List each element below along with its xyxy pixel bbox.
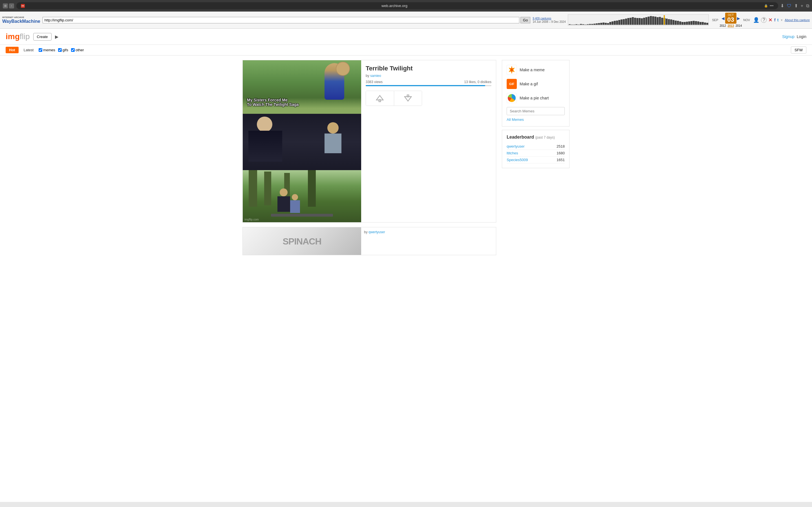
meme-card-2-image[interactable]: SPINACH [243,227,361,255]
hot-tab[interactable]: Hot [6,47,18,53]
sfw-button[interactable]: SFW [791,47,806,54]
site-container: imgflip Create ▶ Signup Login Hot Latest… [0,29,812,502]
leaderboard-card: Leaderboard (past 7 days) qwertyuser 251… [502,130,569,168]
site-favicon: im [21,4,25,8]
latest-tab[interactable]: Latest [21,47,36,53]
tabs-icon[interactable]: ⧉ [806,3,809,8]
browser-chrome: ⊞ ‹ im web.archive.org 🔒 ••• ⬇ 🛡 ⬆ + ⧉ [0,0,812,11]
meme-image-area-1[interactable]: My Sisters Forced Me To Watch The Twilig… [243,60,361,222]
address-bar[interactable]: im web.archive.org 🔒 ••• [16,2,778,9]
create-button[interactable]: Create [33,33,52,41]
next-month-arrow[interactable]: ▶ [737,16,740,20]
wayback-url-input[interactable] [43,17,519,23]
shield-icon[interactable]: 🛡 [787,3,792,8]
window-grid-btn[interactable]: ⊞ [3,3,8,8]
sidebar-tools-card: Make a meme GIF Make a gif Make a pie ch… [502,60,569,126]
like-bar-container [366,85,492,86]
gif-icon: GIF [507,79,517,89]
bench-figure-1 [276,188,291,214]
year-2013[interactable]: 2013 [728,24,734,27]
other-filter[interactable]: other [71,48,84,52]
signup-button[interactable]: Signup [782,34,795,39]
downvote-arrow-icon [404,94,412,102]
tree-2 [264,172,271,205]
prev-month-arrow[interactable]: ◀ [721,16,725,20]
header-left: imgflip Create ▶ [6,32,58,41]
leaderboard-row-0: qwertyuser 2518 [507,143,565,150]
memes-checkbox[interactable] [39,48,42,52]
leader-0-name[interactable]: qwertyuser [507,144,525,149]
meme-card-2-author: by qwertyuser [364,230,493,234]
meme-card-2-details: by qwertyuser [361,227,496,255]
timeline-selected-marker [664,15,665,25]
meme2-author-prefix: by [364,230,368,234]
wayback-logo[interactable]: INTERNET ARCHIVE WayBackMachine [2,16,40,24]
bench-body-1 [277,196,290,212]
sidebar: Make a meme GIF Make a gif Make a pie ch… [502,60,569,260]
make-meme-item[interactable]: Make a meme [507,65,565,75]
address-bar-options[interactable]: ••• [770,4,774,8]
bench-body-2 [290,200,300,213]
year-next-label: NOV [742,18,751,22]
facebook-icon[interactable]: f [774,18,776,22]
internet-archive-label: INTERNET ARCHIVE [2,16,40,19]
share-icon[interactable]: ⬆ [794,3,798,8]
meme-card-2: SPINACH by qwertyuser [243,227,496,255]
about-capture-link[interactable]: About this capture [784,18,810,22]
meme-card-2-partial-text: SPINACH [283,236,321,247]
memes-filter[interactable]: memes [39,48,55,52]
make-gif-item[interactable]: GIF Make a gif [507,79,565,89]
leaderboard-title-text: Leaderboard [507,135,534,139]
imgflip-logo[interactable]: imgflip [6,32,30,41]
dropdown-arrow[interactable]: ▼ [780,18,783,22]
meme2-author-link[interactable]: qwertyuser [368,230,385,234]
logo-flip-part: flip [20,32,30,41]
login-button[interactable]: Login [797,34,806,39]
leaderboard-title: Leaderboard (past 7 days) [507,135,565,140]
year-2014: 2014 [735,24,742,27]
make-pie-item[interactable]: Make a pie chart [507,93,565,103]
wayback-go-button[interactable]: Go [520,17,530,23]
vote-buttons [366,91,422,106]
play-button[interactable]: ▶ [55,34,58,40]
leader-1-score: 1680 [557,151,565,155]
meme-text-overlay: My Sisters Forced Me To Watch The Twilig… [247,98,327,107]
current-day-label: 03 [727,17,734,23]
meme-author-link[interactable]: samieo [370,74,381,78]
new-tab-icon[interactable]: + [801,3,803,8]
help-icon[interactable]: ? [761,17,767,23]
twitter-icon[interactable]: t [777,18,779,22]
gifs-checkbox[interactable] [58,48,62,52]
leader-1-name[interactable]: ltitches [507,151,518,155]
make-meme-label: Make a meme [520,68,545,72]
account-icon[interactable]: 👤 [753,17,759,23]
window-back-btn[interactable]: ‹ [9,3,14,8]
timeline-bars [568,15,709,25]
gifs-filter[interactable]: gifs [58,48,68,52]
child-head-2 [327,122,339,133]
meme-line-2: To Watch The Twilight Saga [247,102,327,107]
other-checkbox[interactable] [71,48,75,52]
lock-icon: 🔒 [764,4,768,8]
leaderboard-row-1: ltitches 1680 [507,150,565,157]
captures-date: 14 Jun 2008 – 9 Dec 2024 [532,20,566,23]
upvote-button[interactable] [366,91,394,106]
svg-rect-3 [407,95,409,97]
search-memes-input[interactable] [507,107,565,115]
make-pie-label: Make a pie chart [520,96,549,100]
tree-4 [308,170,316,207]
download-icon[interactable]: ⬇ [780,3,784,8]
wayback-close-icon[interactable]: ✕ [768,17,772,23]
site-header: imgflip Create ▶ Signup Login [0,29,812,45]
meme-watermark: imgflip.com [245,218,259,221]
all-memes-link[interactable]: All Memes [507,117,524,122]
leaderboard-subtitle: (past 7 days) [535,135,555,139]
leader-2-score: 1651 [557,158,565,162]
meme-icon [507,65,517,75]
man-head [257,117,272,132]
wayback-timeline[interactable] [568,14,709,25]
wayback-right-controls: 👤 ? ✕ f t ▼ About this capture [753,17,810,23]
downvote-button[interactable] [394,91,422,106]
captures-count[interactable]: 9,409 captures [532,17,551,20]
leader-2-name[interactable]: Species5009 [507,158,528,162]
